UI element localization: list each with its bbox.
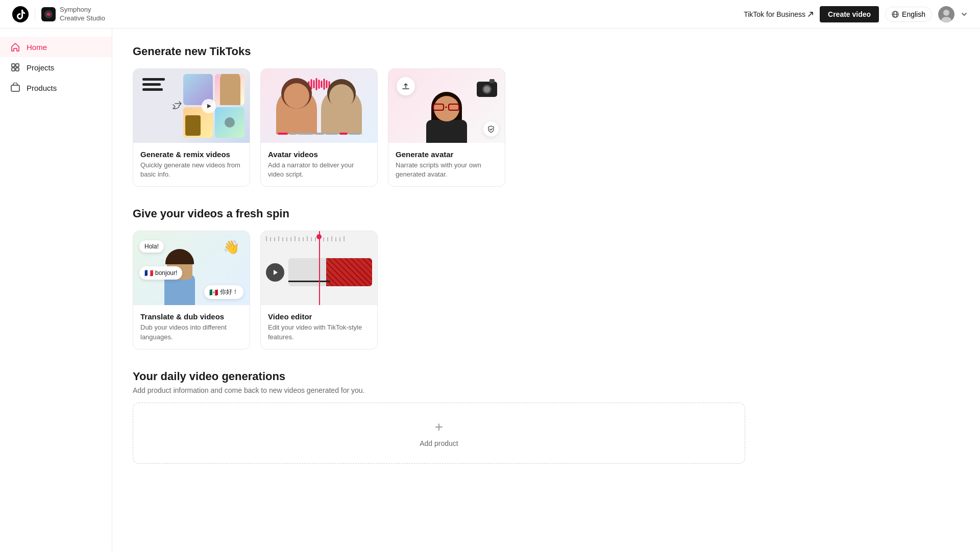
play-icon [202, 99, 216, 113]
main-content: Generate new TikToks [112, 29, 980, 551]
home-icon [10, 42, 20, 52]
remix-img-2 [215, 74, 244, 105]
editor-play-button[interactable] [266, 263, 284, 282]
card-thumb-editor [261, 231, 377, 305]
external-link-icon [807, 11, 814, 17]
remix-img-4 [215, 107, 244, 138]
sidebar-item-home[interactable]: Home [0, 37, 112, 57]
thumb-remix-bg [133, 69, 250, 143]
fresh-spin-cards-grid: 👋 Hola! 🇫🇷 bonjour! 🇲🇽 [133, 231, 960, 349]
products-icon [10, 83, 20, 93]
app-header: Symphony Creative Studio TikTok for Busi… [0, 0, 980, 29]
svg-point-2 [47, 13, 50, 16]
tiktok-business-label: TikTok for Business [744, 10, 805, 18]
bubble-bonjour: 🇫🇷 bonjour! [139, 266, 182, 280]
playhead-line [319, 231, 320, 305]
upload-icon [397, 77, 415, 95]
projects-icon [10, 62, 20, 72]
card-translate-dub[interactable]: 👋 Hola! 🇫🇷 bonjour! 🇲🇽 [133, 231, 250, 349]
sidebar-item-projects[interactable]: Projects [0, 57, 112, 78]
language-selector[interactable]: English [885, 7, 932, 22]
video-frame [326, 258, 372, 286]
create-video-button[interactable]: Create video [820, 6, 879, 22]
sidebar-products-label: Products [27, 84, 57, 92]
tiktok-business-link[interactable]: TikTok for Business [744, 10, 814, 18]
sunglasses-icon [225, 117, 235, 128]
sidebar-item-products[interactable]: Products [0, 78, 112, 98]
avatar-people [276, 88, 362, 134]
plus-icon: + [435, 419, 443, 435]
card-body-avatar: Avatar videos Add a narrator to deliver … [261, 143, 377, 186]
sidebar-home-label: Home [27, 43, 47, 52]
small-figure [185, 115, 201, 136]
card-title-remix: Generate & remix videos [140, 150, 242, 159]
add-product-label: Add product [420, 439, 458, 447]
fresh-spin-section: Give your videos a fresh spin [133, 207, 960, 349]
header-right: TikTok for Business Create video English [744, 6, 968, 22]
waveform-bottom [278, 133, 360, 135]
card-body-gen-avatar: Generate avatar Narrate scripts with you… [388, 143, 505, 186]
add-product-box[interactable]: + Add product [133, 403, 745, 464]
daily-video-desc: Add product information and come back to… [133, 386, 960, 394]
header-divider [35, 8, 35, 20]
tiktok-logo-icon [12, 6, 29, 22]
app-body: Home Projects Products [0, 29, 980, 551]
card-thumb-gen-avatar [388, 69, 505, 143]
symphony-sub: Creative Studio [60, 14, 105, 23]
card-body-editor: Video editor Edit your video with TikTok… [261, 305, 377, 348]
body [426, 120, 467, 143]
symphony-name: Symphony [60, 6, 105, 14]
card-generate-avatar[interactable]: Generate avatar Narrate scripts with you… [388, 68, 505, 187]
symphony-name-text: Symphony Creative Studio [60, 6, 105, 23]
user-menu-chevron[interactable] [961, 11, 968, 18]
bubble-hola: Hola! [139, 240, 164, 253]
card-desc-avatar: Add a narrator to deliver your video scr… [268, 161, 370, 179]
waveform-top [308, 78, 330, 90]
camera-icon [474, 74, 500, 99]
user-avatar[interactable] [938, 6, 954, 22]
generate-section: Generate new TikToks [133, 45, 960, 187]
card-desc-editor: Edit your video with TikTok-style featur… [268, 323, 370, 341]
wave-emoji: 👋 [223, 239, 239, 255]
shield-icon [483, 121, 499, 137]
glasses [433, 103, 461, 111]
card-title-translate: Translate & dub videos [140, 312, 242, 321]
thumb-gen-avatar-bg [388, 69, 505, 143]
generate-section-title: Generate new TikToks [133, 45, 960, 58]
svg-rect-13 [11, 85, 19, 91]
track-line [288, 281, 330, 282]
svg-point-7 [943, 10, 949, 16]
card-avatar-videos[interactable]: Avatar videos Add a narrator to deliver … [260, 68, 378, 187]
daily-video-title: Your daily video generations [133, 370, 960, 383]
card-body-remix: Generate & remix videos Quickly generate… [133, 143, 250, 186]
svg-rect-11 [12, 68, 15, 71]
card-body-translate: Translate & dub videos Dub your videos i… [133, 305, 250, 348]
sidebar: Home Projects Products [0, 29, 112, 551]
daily-video-section: Your daily video generations Add product… [133, 370, 960, 464]
shuffle-icon [171, 100, 183, 112]
svg-rect-9 [12, 64, 15, 67]
card-title-gen-avatar: Generate avatar [396, 150, 498, 159]
remix-line-2 [142, 83, 161, 86]
card-desc-translate: Dub your videos into different languages… [140, 323, 242, 341]
remix-line-1 [142, 78, 165, 81]
person-shape [220, 74, 240, 105]
remix-lines [142, 78, 165, 91]
card-title-avatar: Avatar videos [268, 150, 370, 159]
video-track [288, 258, 372, 286]
card-video-editor[interactable]: Video editor Edit your video with TikTok… [260, 231, 378, 349]
card-desc-gen-avatar: Narrate scripts with your own generated … [396, 161, 498, 179]
card-generate-remix[interactable]: Generate & remix videos Quickly generate… [133, 68, 250, 187]
translate-hair [165, 249, 194, 264]
card-title-editor: Video editor [268, 312, 370, 321]
svg-rect-17 [489, 79, 495, 83]
sidebar-projects-label: Projects [27, 63, 54, 72]
svg-point-16 [484, 86, 490, 92]
card-thumb-translate: 👋 Hola! 🇫🇷 bonjour! 🇲🇽 [133, 231, 250, 305]
video-texture [326, 258, 372, 286]
fresh-spin-title: Give your videos a fresh spin [133, 207, 960, 220]
person1 [276, 88, 317, 134]
symphony-icon [41, 7, 56, 21]
header-left: Symphony Creative Studio [12, 6, 105, 23]
bubble-nihao: 🇲🇽 你好！ [204, 285, 243, 299]
